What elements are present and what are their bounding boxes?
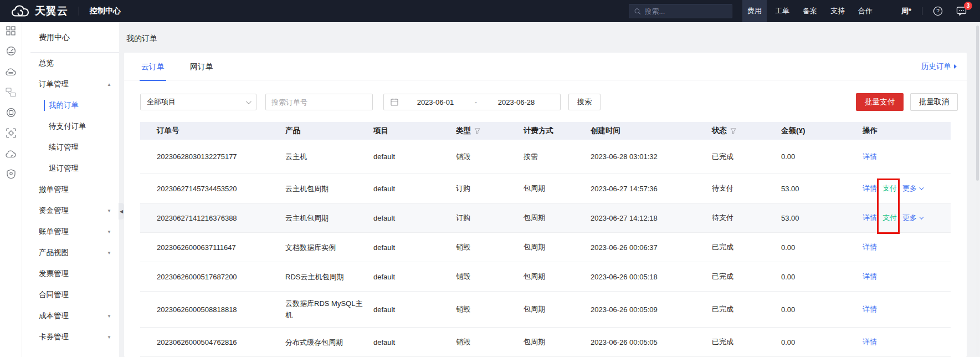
topbar-search[interactable]	[629, 4, 732, 18]
type: 销毁	[456, 304, 524, 314]
sidebar-item-cancel-order[interactable]: 撤单管理	[22, 179, 119, 200]
billing: 包周期	[524, 213, 591, 223]
scrollbar-thumb[interactable]	[976, 26, 979, 181]
order-no: 20230628030132275177	[140, 152, 285, 161]
col-header-project: 项目	[373, 126, 456, 136]
network-topology-icon[interactable]	[4, 87, 18, 97]
detail-link[interactable]: 详情	[863, 213, 877, 223]
topbar-menu-tickets[interactable]: 工单	[770, 0, 794, 22]
project-filter-select[interactable]: 全部项目	[140, 94, 256, 110]
detail-link[interactable]: 详情	[863, 337, 877, 347]
sidebar-item-overview[interactable]: 总览	[22, 53, 119, 74]
detail-link[interactable]: 详情	[863, 272, 877, 282]
main-content: 我的订单 云订单 网订单 历史订单 全部项目	[119, 22, 980, 357]
product: 分布式缓存包周期	[285, 336, 373, 348]
date-start-input[interactable]: 2023-06-01	[398, 98, 473, 106]
search-button[interactable]: 搜索	[568, 94, 601, 110]
scrollbar[interactable]	[976, 23, 979, 356]
sidebar-item-my-orders[interactable]: 我的订单	[22, 95, 119, 116]
message-icon[interactable]: 3	[956, 6, 967, 16]
order-no: 20230627145734453520	[140, 185, 285, 193]
user-menu[interactable]: 周*	[901, 6, 911, 16]
table-header-row: 订单号 产品 项目 类型 计费方式 创建时间 状态 金额(¥) 操作	[140, 122, 951, 140]
detail-link[interactable]: 详情	[863, 183, 877, 193]
table-row: 20230627141216376388 云主机包周期 default 订购 包…	[140, 203, 951, 233]
type: 销毁	[456, 337, 524, 347]
orders-table: 订单号 产品 项目 类型 计费方式 创建时间 状态 金额(¥) 操作 20230…	[140, 122, 951, 357]
filter-funnel-icon[interactable]	[730, 128, 736, 134]
detail-link[interactable]: 详情	[863, 242, 877, 252]
sidebar-item-funds[interactable]: 资金管理▼	[22, 200, 119, 221]
filter-funnel-icon[interactable]	[474, 128, 480, 134]
sidebar-item-renewal[interactable]: 续订管理	[22, 137, 119, 158]
chevron-down-icon: ▼	[107, 251, 111, 256]
brand[interactable]: 天翼云	[0, 4, 68, 18]
order-search-box[interactable]	[265, 94, 373, 110]
pay-link[interactable]: 支付	[882, 213, 897, 223]
sidebar-item-invoice[interactable]: 发票管理	[22, 263, 119, 284]
security-shield-icon[interactable]	[4, 169, 18, 179]
help-icon[interactable]: ?	[933, 6, 943, 16]
product: 云数据库RDS MySQL主机	[285, 298, 373, 321]
sidebar-item-product-view[interactable]: 产品视图▼	[22, 242, 119, 263]
amount: 0.00	[781, 338, 863, 346]
tab-network-orders[interactable]: 网订单	[190, 53, 213, 80]
order-no: 20230626000508818818	[140, 305, 285, 314]
page-title: 我的订单	[119, 22, 980, 53]
chevron-down-icon: ▼	[107, 335, 111, 340]
topbar-search-input[interactable]	[645, 7, 727, 16]
sidebar-item-cost[interactable]: 成本管理▼	[22, 305, 119, 327]
amount: 0.00	[781, 273, 863, 281]
batch-pay-button[interactable]: 批量支付	[856, 93, 904, 111]
type: 销毁	[456, 272, 524, 282]
sidebar-item-pending-orders[interactable]: 待支付订单	[22, 116, 119, 137]
tabs-row: 云订单 网订单 历史订单	[124, 53, 967, 80]
created-time: 2023-06-26 00:06:37	[591, 243, 712, 252]
sidebar-item-bills[interactable]: 账单管理▼	[22, 221, 119, 242]
order-no: 20230626000517687200	[140, 273, 285, 281]
topbar-menu-icp[interactable]: 备案	[798, 0, 822, 22]
calendar-icon	[391, 98, 398, 106]
date-end-input[interactable]: 2023-06-28	[479, 98, 553, 106]
sidebar-item-coupons[interactable]: 卡券管理▼	[22, 327, 119, 348]
billing: 包周期	[524, 304, 591, 314]
dashboard-gauge-icon[interactable]	[4, 46, 18, 56]
created-time: 2023-06-26 00:05:18	[591, 273, 712, 281]
sidebar-item-order-management[interactable]: 订单管理▲	[22, 74, 119, 95]
history-orders-link[interactable]: 历史订单	[921, 62, 957, 72]
status: 已完成	[712, 337, 781, 347]
project: default	[373, 214, 456, 222]
created-time: 2023-06-28 03:01:32	[591, 152, 712, 161]
resource-scan-icon[interactable]	[4, 128, 18, 138]
apps-grid-icon[interactable]	[4, 26, 18, 35]
cloud-icon[interactable]	[4, 149, 18, 159]
order-no: 20230627141216376388	[140, 214, 285, 222]
topbar-menu-partner[interactable]: 合作	[853, 0, 878, 22]
order-search-input[interactable]	[271, 98, 369, 106]
table-row: 20230627145734453520 云主机包周期 default 订购 包…	[140, 174, 951, 203]
tab-cloud-orders[interactable]: 云订单	[141, 53, 165, 80]
sidebar-item-contract[interactable]: 合同管理	[22, 284, 119, 305]
cloud-host-icon[interactable]	[4, 67, 18, 76]
batch-cancel-button[interactable]: 批量取消	[910, 93, 958, 111]
table-row: 20230626000508818818 云数据库RDS MySQL主机 def…	[140, 292, 951, 328]
amount: 0.00	[781, 305, 863, 314]
col-header-created: 创建时间	[591, 126, 712, 136]
storage-disk-icon[interactable]	[4, 108, 18, 118]
sidebar-collapse-handle[interactable]: ◀	[119, 203, 124, 220]
product: 云主机	[285, 151, 373, 162]
topbar-menu-billing[interactable]: 费用	[742, 0, 767, 22]
detail-link[interactable]: 详情	[863, 304, 877, 314]
pay-link[interactable]: 支付	[882, 183, 897, 193]
date-range-picker[interactable]: 2023-06-01 - 2023-06-28	[383, 94, 561, 110]
created-time: 2023-06-27 14:12:18	[591, 214, 712, 222]
topbar-menu-support[interactable]: 支持	[825, 0, 850, 22]
more-menu[interactable]: 更多	[902, 183, 922, 193]
sidebar: 费用中心 总览 订单管理▲ 我的订单 待支付订单 续订管理 退订管理 撤单管理 …	[22, 22, 119, 357]
status: 待支付	[712, 213, 781, 223]
sidebar-item-unsubscribe[interactable]: 退订管理	[22, 158, 119, 179]
table-row: 20230626000637111647 文档数据库实例 default 销毁 …	[140, 233, 951, 262]
more-menu[interactable]: 更多	[902, 213, 922, 223]
detail-link[interactable]: 详情	[863, 152, 877, 162]
console-center-link[interactable]: 控制中心	[90, 6, 121, 16]
